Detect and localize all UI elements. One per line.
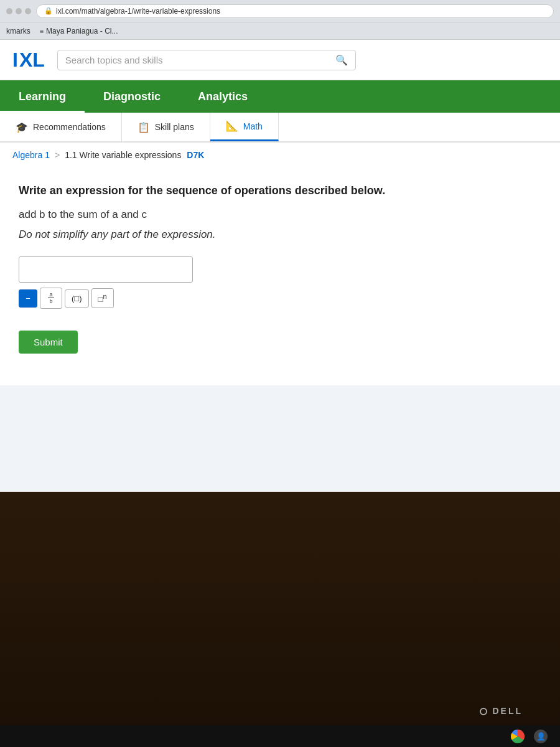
logo-pipe: I [12,49,18,72]
breadcrumb: Algebra 1 > 1.1 Write variable expressio… [0,143,560,167]
math-toolbar: − a b (□) □n [19,288,541,309]
dell-logo: DELL [480,706,523,716]
answer-area: − a b (□) □n [19,256,541,309]
nav-analytics[interactable]: Analytics [179,80,266,113]
exponent-icon: □n [98,294,107,304]
maximize-dot [25,8,31,14]
parentheses-button[interactable]: (□) [65,289,89,308]
nav-bar: Learning Diagnostic Analytics [0,80,560,113]
ixl-logo[interactable]: I XL [12,49,45,72]
breadcrumb-current-text: 1.1 Write variable expressions [65,150,181,160]
browser-toolbar: 🔒 ixl.com/math/algebra-1/write-variable-… [0,0,560,22]
chrome-icon [511,730,525,743]
breadcrumb-current: 1.1 Write variable expressions D7K [65,150,204,160]
subnav-math-label: Math [243,121,263,131]
submit-button[interactable]: Submit [19,331,78,354]
bookmarks-bar: kmarks ≡ Maya Paniagua - Cl... [0,22,560,40]
exponent-button[interactable]: □n [91,288,114,308]
fraction-button[interactable]: a b [40,288,62,309]
nav-analytics-label: Analytics [198,90,248,103]
nav-diagnostic[interactable]: Diagnostic [85,80,179,113]
lock-icon: 🔒 [44,7,53,15]
logo-xl: XL [19,49,45,72]
nav-learning-label: Learning [19,90,66,103]
negative-sign-button[interactable]: − [19,289,37,308]
dell-text: DELL [492,706,523,716]
question-body: add b to the sum of a and c [19,209,541,221]
search-placeholder: Search topics and skills [65,55,330,65]
parens-icon: (□) [72,294,82,303]
bookmark-label-maya: Maya Paniagua - Cl... [46,27,118,35]
close-dot [6,8,12,14]
math-icon: 📐 [226,120,238,132]
system-icon-user: 👤 [534,730,548,743]
bookmark-label: kmarks [6,27,30,35]
nav-diagnostic-label: Diagnostic [103,90,161,103]
address-bar[interactable]: 🔒 ixl.com/math/algebra-1/write-variable-… [36,4,554,18]
search-icon[interactable]: 🔍 [335,54,348,66]
minimize-dot [16,8,22,14]
question-prompt: Write an expression for the sequence of … [19,183,541,199]
breadcrumb-parent[interactable]: Algebra 1 [12,150,50,160]
bookmark-icon: ≡ [40,27,44,35]
dell-circle-icon [480,708,487,715]
answer-input[interactable] [19,256,193,283]
subnav-recommendations-label: Recommendations [33,122,106,132]
question-instruction: Do not simplify any part of the expressi… [19,228,541,241]
main-content: Write an expression for the sequence of … [0,167,560,385]
search-box[interactable]: Search topics and skills 🔍 [57,50,356,70]
recommendations-icon: 🎓 [16,121,28,133]
url-text: ixl.com/math/algebra-1/write-variable-ex… [56,7,220,16]
laptop-body: DELL [0,492,560,747]
subnav-recommendations[interactable]: 🎓 Recommendations [0,113,122,141]
taskbar: 👤 [0,725,560,747]
ixl-header: I XL Search topics and skills 🔍 [0,40,560,80]
bookmark-kmarks[interactable]: kmarks [6,27,30,35]
sub-nav: 🎓 Recommendations 📋 Skill plans 📐 Math [0,113,560,143]
subnav-skill-plans[interactable]: 📋 Skill plans [122,113,210,141]
skill-code: D7K [187,150,204,160]
subnav-skill-plans-label: Skill plans [155,122,194,132]
skill-plans-icon: 📋 [138,121,150,133]
fraction-icon: a b [47,292,55,304]
subnav-math[interactable]: 📐 Math [210,113,279,141]
nav-learning[interactable]: Learning [0,80,85,113]
window-controls [6,8,31,14]
bookmark-maya[interactable]: ≡ Maya Paniagua - Cl... [40,27,118,35]
breadcrumb-separator: > [55,150,60,160]
